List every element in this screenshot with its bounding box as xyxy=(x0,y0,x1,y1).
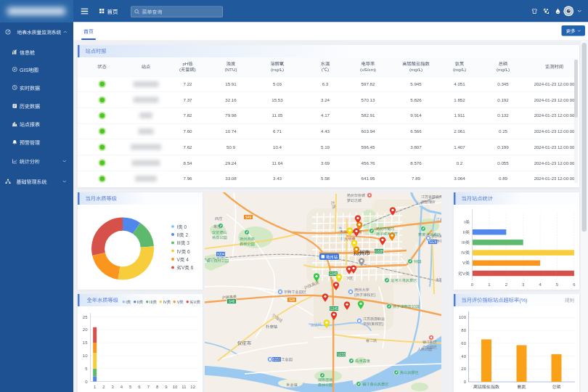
svg-text:扬州西郊: 扬州西郊 xyxy=(240,237,255,241)
svg-text:15: 15 xyxy=(83,340,88,345)
svg-text:60: 60 xyxy=(461,341,466,346)
svg-text:6: 6 xyxy=(573,282,576,287)
svg-text:氨氮: 氨氮 xyxy=(517,384,526,389)
svg-text:江苏省邵伯闸: 江苏省邵伯闸 xyxy=(421,195,441,199)
svg-text:0: 0 xyxy=(471,282,474,287)
svg-text:闸管理所: 闸管理所 xyxy=(421,200,436,204)
svg-text:4: 4 xyxy=(539,282,542,287)
svg-text:梦幻之城: 梦幻之城 xyxy=(347,198,362,203)
svg-text:G328: G328 xyxy=(375,250,383,253)
svg-text:春江路: 春江路 xyxy=(366,338,377,343)
svg-text:5: 5 xyxy=(556,282,559,287)
svg-text:20: 20 xyxy=(83,327,88,332)
svg-text:运河三湾风景区: 运河三湾风景区 xyxy=(391,278,417,282)
svg-text:学院(新校区): 学院(新校区) xyxy=(363,322,384,326)
svg-text:S28: S28 xyxy=(289,298,295,302)
svg-text:镇江金山风景区: 镇江金山风景区 xyxy=(362,382,388,386)
svg-text:利涌工业园: 利涌工业园 xyxy=(274,357,293,362)
svg-text:25: 25 xyxy=(83,315,88,319)
svg-text:地质公园: 地质公园 xyxy=(212,235,227,240)
svg-text:100: 100 xyxy=(459,315,467,319)
svg-text:镇江新区: 镇江新区 xyxy=(422,340,437,344)
svg-text:瓜洲古渡: 瓜洲古渡 xyxy=(355,359,370,363)
svg-text:8: 8 xyxy=(156,385,159,389)
svg-text:X204: X204 xyxy=(217,253,225,256)
svg-text:3: 3 xyxy=(112,385,115,389)
svg-text:扬州华侨城: 扬州华侨城 xyxy=(347,193,365,197)
svg-text:森林公园: 森林公园 xyxy=(240,242,255,246)
svg-text:V类: V类 xyxy=(462,260,470,265)
svg-text:世业镇: 世业镇 xyxy=(286,383,298,387)
svg-text:3: 3 xyxy=(522,282,525,287)
svg-text:扬州大学: 扬州大学 xyxy=(354,287,369,292)
svg-text:江都区: 江都区 xyxy=(436,218,441,222)
svg-text:润扬湿地: 润扬湿地 xyxy=(318,377,332,382)
svg-text:1: 1 xyxy=(488,282,491,287)
svg-text:X区: X区 xyxy=(347,276,353,280)
svg-text:高锰酸盐指数: 高锰酸盐指数 xyxy=(473,384,499,389)
svg-text:1: 1 xyxy=(94,385,97,389)
svg-text:森林公园: 森林公园 xyxy=(318,383,332,387)
svg-text:20: 20 xyxy=(461,367,466,371)
svg-text:扬州茱萸湾: 扬州茱萸湾 xyxy=(432,234,441,238)
svg-text:大路: 大路 xyxy=(436,277,441,282)
svg-text:焦山风景区: 焦山风景区 xyxy=(400,370,419,375)
svg-text:G40: G40 xyxy=(229,300,235,303)
svg-text:G345: G345 xyxy=(330,307,338,311)
svg-text:0: 0 xyxy=(85,380,88,384)
svg-text:7: 7 xyxy=(147,385,150,389)
svg-text:2: 2 xyxy=(102,385,105,389)
svg-text:80: 80 xyxy=(461,328,466,332)
svg-text:何园: 何园 xyxy=(414,259,421,264)
svg-text:5: 5 xyxy=(85,367,88,371)
svg-text:II类: II类 xyxy=(463,229,470,234)
svg-text:劣V类: 劣V类 xyxy=(458,271,470,276)
svg-text:镇山森林公园: 镇山森林公园 xyxy=(206,258,229,263)
svg-text:10: 10 xyxy=(173,385,178,389)
svg-text:西庄: 西庄 xyxy=(215,216,222,221)
svg-text:仪征捺山: 仪征捺山 xyxy=(212,230,227,234)
svg-text:S49: S49 xyxy=(245,216,252,219)
svg-text:10: 10 xyxy=(83,354,88,358)
svg-text:人民公园: 人民公园 xyxy=(417,347,432,351)
svg-text:11: 11 xyxy=(181,385,187,389)
svg-text:40: 40 xyxy=(461,354,466,359)
svg-text:9: 9 xyxy=(165,385,168,389)
svg-text:6: 6 xyxy=(138,385,141,389)
svg-text:总磷: 总磷 xyxy=(552,384,560,389)
svg-text:III类: III类 xyxy=(462,240,470,245)
svg-text:扬州市蜀冈: 扬州市蜀冈 xyxy=(376,226,394,231)
svg-text:I类: I类 xyxy=(464,219,470,224)
svg-text:朴席镇: 朴席镇 xyxy=(266,324,278,329)
svg-text:仪征市: 仪征市 xyxy=(237,340,252,346)
svg-text:华腾工业园区: 华腾工业园区 xyxy=(284,290,306,294)
svg-text:扬子津野营公园: 扬子津野营公园 xyxy=(393,304,419,309)
svg-text:G233: G233 xyxy=(337,353,346,356)
svg-text:江苏旅游职业: 江苏旅游职业 xyxy=(363,317,385,321)
svg-text:扬州站: 扬州站 xyxy=(326,255,338,259)
svg-text:(扬子津校区): (扬子津校区) xyxy=(354,293,376,297)
svg-text:0: 0 xyxy=(464,380,467,384)
svg-text:12: 12 xyxy=(190,385,195,389)
svg-text:2: 2 xyxy=(505,282,508,287)
svg-text:朱庄: 朱庄 xyxy=(213,224,221,229)
svg-text:5: 5 xyxy=(129,385,132,389)
svg-text:交通中心: 交通中心 xyxy=(432,239,441,243)
svg-text:4: 4 xyxy=(121,385,123,389)
svg-text:IV类: IV类 xyxy=(461,250,470,255)
